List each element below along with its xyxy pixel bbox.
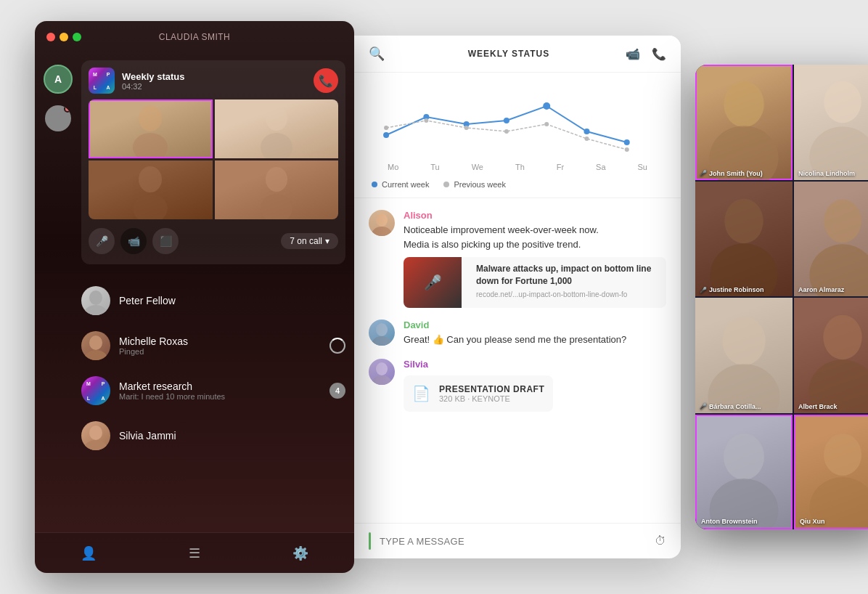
link-title: Malware attacks up, impact on bottom lin… xyxy=(476,263,660,288)
avatar-michelle xyxy=(81,331,110,360)
svg-point-27 xyxy=(625,147,629,152)
message-content-david: David Great! 👍 Can you please send me th… xyxy=(404,320,626,347)
svg-point-2 xyxy=(266,106,287,131)
file-card[interactable]: 📄 PRESENTATION DRAFT 320 KB · KEYNOTE xyxy=(404,375,553,412)
title-bar: CLAUDIA SMITH xyxy=(35,21,354,53)
nav-settings-icon[interactable]: ⚙️ xyxy=(287,540,314,567)
file-name: PRESENTATION DRAFT xyxy=(439,384,544,394)
vc-label-qiu: Qiu Xun xyxy=(800,518,825,525)
video-button[interactable]: 📹 xyxy=(120,228,147,254)
weekly-chart xyxy=(372,84,663,157)
contact-item-silvia[interactable]: Silvia Jammi xyxy=(81,414,354,457)
video-call-overlay: 🎤 John Smith (You) Nicolina Lindholm 🎤 J… xyxy=(695,65,868,529)
chart-area: Mo Tu We Th Fr Sa Su Current week Previo… xyxy=(354,73,681,198)
vc-cell-john: 🎤 John Smith (You) xyxy=(695,65,793,180)
avatar-peter xyxy=(81,286,110,315)
svg-point-28 xyxy=(376,213,388,227)
svg-point-11 xyxy=(84,350,107,360)
sender-name: Alison xyxy=(404,210,666,221)
contact-item-market[interactable]: M P L A Market research Marit: I need 10… xyxy=(81,369,354,412)
svg-point-24 xyxy=(504,129,509,134)
contact-info-michelle: Michelle Roxas Pinged xyxy=(119,335,329,356)
svg-point-5 xyxy=(133,194,168,219)
mute-button[interactable]: 🎤 xyxy=(89,228,115,254)
avatar-silvia xyxy=(369,359,395,385)
vc-cell-anton: Anton Brownstein xyxy=(695,415,793,530)
contact-sub: Marit: I need 10 more minutes xyxy=(119,392,329,401)
search-button[interactable]: 🔍 xyxy=(369,46,385,62)
message-content-silvia: Silvia 📄 PRESENTATION DRAFT 320 KB · KEY… xyxy=(404,359,553,412)
contact-sub: Pinged xyxy=(119,347,329,356)
svg-point-31 xyxy=(372,336,392,346)
contact-item-michelle[interactable]: Michelle Roxas Pinged xyxy=(81,324,354,367)
call-card: M P L A Weekly status 04:32 📞 xyxy=(81,60,345,264)
unread-badge: 4 xyxy=(329,383,345,399)
link-info: Malware attacks up, impact on bottom lin… xyxy=(470,257,666,308)
phone-icon[interactable]: 📞 xyxy=(652,47,666,61)
call-title: Weekly status xyxy=(122,71,314,82)
bottom-nav: 👤 ☰ ⚙️ xyxy=(35,532,354,573)
link-card[interactable]: 🎤 Malware attacks up, impact on bottom l… xyxy=(404,257,666,308)
header-icons: 📹 📞 xyxy=(626,47,666,61)
message-alison: Alison Noticeable improvement week-over-… xyxy=(369,210,666,308)
file-info: PRESENTATION DRAFT 320 KB · KEYNOTE xyxy=(439,384,544,403)
avatar-david xyxy=(369,320,395,346)
video-cell-2 xyxy=(215,99,339,158)
vc-cell-albert: Albert Brack xyxy=(794,298,868,413)
minimize-button[interactable] xyxy=(60,33,68,41)
close-button[interactable] xyxy=(46,33,55,41)
chat-header: 🔍 WEEKLY STATUS 📹 📞 xyxy=(354,36,681,73)
nav-person-icon[interactable]: 👤 xyxy=(75,540,102,567)
chat-panel: 🔍 WEEKLY STATUS 📹 📞 xyxy=(354,36,681,558)
svg-point-9 xyxy=(84,305,107,315)
avatar-market: M P L A xyxy=(81,376,110,405)
emoji-timer-icon[interactable]: ⏱ xyxy=(655,534,666,548)
video-cell-1 xyxy=(89,99,213,158)
contact-avatar-small[interactable] xyxy=(45,105,71,131)
loading-badge xyxy=(329,338,345,354)
contact-info-silvia: Silvia Jammi xyxy=(119,430,345,442)
call-controls: 🎤 📹 ⬛ 7 on call ▾ xyxy=(89,225,338,257)
svg-point-13 xyxy=(84,440,107,450)
video-call-icon[interactable]: 📹 xyxy=(626,47,640,61)
vc-label-anton: Anton Brownstein xyxy=(701,518,758,525)
end-call-button[interactable]: 📞 xyxy=(314,68,338,93)
sender-name: David xyxy=(404,320,626,330)
svg-point-40 xyxy=(824,199,861,242)
file-meta: 320 KB · KEYNOTE xyxy=(439,394,544,403)
message-input[interactable] xyxy=(380,536,655,547)
mute-icon: 🎤 xyxy=(700,403,707,410)
message-text: Great! 👍 Can you please send me the pres… xyxy=(404,333,626,347)
link-url: recode.net/...up-impact-on-bottom-line-d… xyxy=(476,290,660,298)
screen-share-button[interactable]: ⬛ xyxy=(152,228,179,254)
user-avatar[interactable]: A xyxy=(44,65,73,94)
link-thumbnail: 🎤 xyxy=(404,257,462,308)
svg-point-26 xyxy=(584,137,589,141)
svg-point-19 xyxy=(584,129,589,134)
input-indicator xyxy=(369,532,371,550)
svg-point-6 xyxy=(266,167,287,192)
svg-point-23 xyxy=(464,126,469,130)
svg-point-12 xyxy=(89,426,102,440)
contact-info-peter: Peter Fellow xyxy=(119,295,345,306)
svg-point-4 xyxy=(139,166,162,192)
mute-icon: 🎤 xyxy=(700,287,707,293)
nav-menu-icon[interactable]: ☰ xyxy=(183,540,206,567)
vc-label-justine: 🎤 Justine Robinson xyxy=(700,286,764,293)
messages-area: Alison Noticeable improvement week-over-… xyxy=(354,198,681,523)
contact-name: Michelle Roxas xyxy=(119,335,329,347)
vc-cell-justine: 🎤 Justine Robinson xyxy=(695,182,793,297)
avatar-silvia xyxy=(81,421,110,450)
contact-list: Peter Fellow Michelle Roxas Pinged xyxy=(81,273,354,463)
call-group-avatar: M P L A xyxy=(89,68,115,94)
on-call-badge[interactable]: 7 on call ▾ xyxy=(281,233,338,249)
chat-input-area: ⏱ xyxy=(354,523,681,558)
message-content-alison: Alison Noticeable improvement week-over-… xyxy=(404,210,666,308)
legend-current: Current week xyxy=(372,180,429,189)
maximize-button[interactable] xyxy=(73,33,81,41)
svg-point-48 xyxy=(824,434,861,476)
sidebar-icons: A xyxy=(35,53,81,532)
chat-title: WEEKLY STATUS xyxy=(392,49,626,59)
contact-item-peter[interactable]: Peter Fellow xyxy=(81,279,354,322)
svg-point-29 xyxy=(372,227,392,236)
